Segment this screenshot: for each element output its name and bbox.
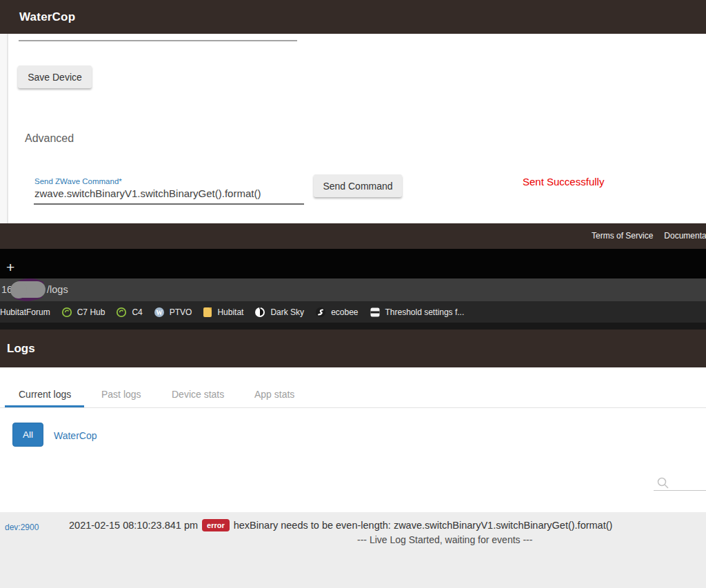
filter-watercop-link[interactable]: WaterCop	[54, 430, 97, 441]
log-source-link[interactable]: dev:2900	[5, 523, 39, 532]
live-log-notice: --- Live Log Started, waiting for events…	[357, 534, 532, 545]
bookmark-label: C7 Hub	[77, 307, 105, 317]
tab-app-stats[interactable]: App stats	[254, 389, 294, 400]
error-level-badge: error	[202, 519, 230, 531]
status-message: Sent Successfully	[523, 176, 604, 187]
search-icon	[656, 476, 670, 490]
bookmark-label: Threshold settings f...	[385, 307, 465, 317]
documentation-link[interactable]: Documentation	[664, 231, 706, 241]
zwave-command-label: Send ZWave Command*	[34, 177, 122, 185]
bookmark-label: ecobee	[331, 307, 358, 317]
bookmark-label: HubitatForum	[0, 307, 50, 317]
bookmark-hubitat[interactable]: Hubitat	[203, 307, 243, 318]
logs-tabs: Current logs Past logs Device stats App …	[0, 380, 706, 408]
zwave-command-input[interactable]	[34, 187, 303, 199]
redaction-scribble	[9, 278, 49, 304]
hubitat-icon	[61, 307, 72, 318]
panel-edge-divider	[7, 34, 8, 223]
bookmark-hubitatforum[interactable]: HubitatForum	[0, 307, 50, 317]
filter-all-button[interactable]: All	[12, 423, 43, 447]
bookmark-label: Hubitat	[217, 307, 243, 317]
log-output-area: dev:2900 2021-02-15 08:10:23.841 pm erro…	[0, 512, 706, 588]
logs-page-title: Logs	[7, 330, 35, 367]
bookmark-dark-sky[interactable]: Dark Sky	[254, 307, 304, 318]
tab-current-logs[interactable]: Current logs	[19, 389, 71, 400]
darksky-icon	[254, 307, 265, 318]
zwave-input-underline	[34, 203, 304, 205]
bookmarks-bar: HubitatForum C7 Hub C4	[0, 301, 706, 323]
advanced-section-heading: Advanced	[25, 132, 74, 145]
bookmark-c4[interactable]: C4	[116, 307, 142, 318]
browser-address-bar[interactable]: 168. /logs	[0, 278, 706, 301]
footer-links: Terms of Service Documentation	[592, 231, 706, 241]
list-icon	[370, 307, 381, 318]
bookmark-label: PTVO	[170, 307, 192, 317]
new-tab-button[interactable]: +	[6, 262, 17, 273]
save-device-button[interactable]: Save Device	[18, 65, 92, 88]
log-message: hexBinary needs to be even-length: zwave…	[234, 520, 613, 531]
browser-tab-bar: +	[0, 249, 706, 278]
logs-page-body: Current logs Past logs Device stats App …	[0, 367, 706, 588]
page-title: WaterCop	[19, 0, 75, 34]
hubitat-icon	[116, 307, 127, 318]
log-entry-row: 2021-02-15 08:10:23.841 pm error hexBina…	[69, 519, 612, 531]
url-text-suffix: /logs	[47, 284, 68, 295]
tab-device-stats[interactable]: Device stats	[172, 389, 224, 400]
logs-page-header: Logs	[0, 330, 706, 367]
bookmark-ecobee[interactable]: ecobee	[315, 307, 358, 318]
log-search[interactable]	[654, 476, 706, 491]
log-timestamp: 2021-02-15 08:10:23.841 pm	[69, 520, 198, 531]
bookmark-label: Dark Sky	[270, 307, 304, 317]
bookmark-ptvo[interactable]: W PTVO	[154, 307, 192, 318]
active-tab-indicator	[5, 405, 84, 407]
panel-left-margin	[0, 34, 7, 223]
tab-past-logs[interactable]: Past logs	[101, 389, 141, 400]
send-command-button[interactable]: Send Command	[314, 174, 402, 197]
ecobee-icon	[315, 307, 326, 318]
truncated-field-underline	[19, 40, 297, 41]
search-input[interactable]	[672, 477, 703, 489]
bookmark-threshold-settings[interactable]: Threshold settings f...	[370, 307, 465, 318]
bookmark-label: C4	[132, 307, 142, 317]
yellow-doc-icon	[203, 307, 212, 318]
bookmark-c7-hub[interactable]: C7 Hub	[61, 307, 105, 318]
site-footer: Terms of Service Documentation	[0, 223, 706, 249]
device-page-body: Save Device Advanced Send ZWave Command*…	[0, 34, 706, 223]
browser-chrome-edge	[0, 323, 706, 330]
wordpress-icon: W	[154, 307, 165, 318]
svg-text:W: W	[156, 309, 163, 316]
device-page-header: WaterCop	[0, 0, 706, 34]
terms-of-service-link[interactable]: Terms of Service	[592, 231, 653, 241]
